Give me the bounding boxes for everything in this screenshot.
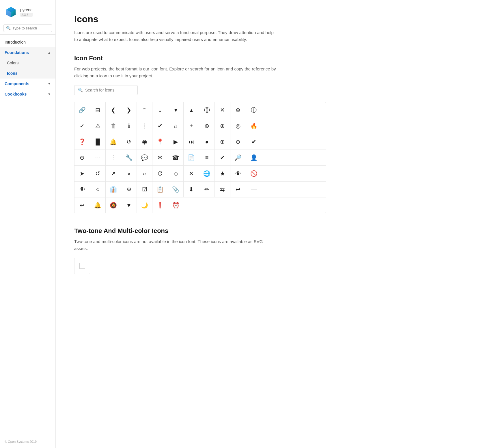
icon-cell-2-1[interactable]: █ bbox=[90, 134, 106, 150]
icon-cell-0-8[interactable]: ⓪ bbox=[199, 102, 215, 118]
icon-cell-5-11[interactable]: — bbox=[246, 182, 262, 197]
icon-cell-2-6[interactable]: ▶ bbox=[168, 134, 184, 150]
icon-cell-3-9[interactable]: ✔ bbox=[215, 150, 230, 165]
icon-cell-5-10[interactable]: ↩ bbox=[230, 182, 246, 197]
icon-cell-2-0[interactable]: ❓ bbox=[74, 134, 90, 150]
icon-cell-2-9[interactable]: ⊕ bbox=[215, 134, 230, 150]
icon-cell-1-10[interactable]: ◎ bbox=[230, 118, 246, 134]
icon-row: ➤↺↗»«⏱◇✕🌐★👁🚫 bbox=[74, 166, 326, 182]
icon-cell-1-2[interactable]: 🗑 bbox=[106, 118, 121, 134]
icon-cell-6-6[interactable]: ⏰ bbox=[168, 197, 184, 213]
icon-cell-5-6[interactable]: 📎 bbox=[168, 182, 184, 197]
icon-cell-1-8[interactable]: ⊕ bbox=[199, 118, 215, 134]
icon-cell-6-0[interactable]: ↩ bbox=[74, 197, 90, 213]
icon-cell-1-11[interactable]: 🔥 bbox=[246, 118, 262, 134]
two-tone-section: Two-tone And Multi-color Icons Two-tone … bbox=[74, 227, 326, 274]
sidebar-item-components[interactable]: Components ▼ bbox=[0, 79, 55, 89]
icon-cell-0-2[interactable]: ❮ bbox=[106, 102, 121, 118]
icon-cell-5-5[interactable]: 📋 bbox=[152, 182, 168, 197]
icon-cell-0-6[interactable]: ▾ bbox=[168, 102, 184, 118]
icon-cell-0-5[interactable]: ⌄ bbox=[152, 102, 168, 118]
icon-cell-3-10[interactable]: 🔎 bbox=[230, 150, 246, 165]
icon-cell-2-7[interactable]: ⏭ bbox=[184, 134, 199, 150]
icon-cell-4-11[interactable]: 🚫 bbox=[246, 166, 262, 181]
icon-cell-1-6[interactable]: ⌂ bbox=[168, 118, 184, 134]
icon-cell-1-7[interactable]: + bbox=[184, 118, 199, 134]
icon-cell-1-3[interactable]: ℹ bbox=[121, 118, 137, 134]
icon-cell-2-4[interactable]: ◉ bbox=[137, 134, 152, 150]
sidebar-item-icons[interactable]: Icons bbox=[0, 68, 55, 79]
icon-cell-6-3[interactable]: ▼ bbox=[121, 197, 137, 213]
icon-cell-2-11[interactable]: ✔ bbox=[246, 134, 262, 150]
icon-row: ✓⚠🗑ℹ❕✔⌂+⊕⊕◎🔥 bbox=[74, 118, 326, 134]
icon-cell-3-2[interactable]: ⋮ bbox=[106, 150, 121, 165]
icon-cell-5-1[interactable]: ○ bbox=[90, 182, 106, 197]
icon-cell-3-8[interactable]: ≡ bbox=[199, 150, 215, 165]
icon-cell-3-6[interactable]: ☎ bbox=[168, 150, 184, 165]
icon-cell-4-4[interactable]: « bbox=[137, 166, 152, 181]
icon-cell-1-5[interactable]: ✔ bbox=[152, 118, 168, 134]
icon-cell-5-9[interactable]: ⇆ bbox=[215, 182, 230, 197]
icon-cell-3-11[interactable]: 👤 bbox=[246, 150, 262, 165]
icon-cell-2-10[interactable]: ⊖ bbox=[230, 134, 246, 150]
sidebar-item-foundations[interactable]: Foundations ▲ bbox=[0, 47, 55, 58]
icon-cell-4-10[interactable]: 👁 bbox=[230, 166, 246, 181]
two-tone-grid bbox=[74, 258, 90, 274]
icon-cell-3-7[interactable]: 📄 bbox=[184, 150, 199, 165]
search-input[interactable] bbox=[12, 26, 49, 30]
icon-row: 👁○👔⚙☑📋📎⬇✏⇆↩— bbox=[74, 182, 326, 197]
icon-cell-2-3[interactable]: ↺ bbox=[121, 134, 137, 150]
icon-cell-4-5[interactable]: ⏱ bbox=[152, 166, 168, 181]
icon-cell-5-4[interactable]: ☑ bbox=[137, 182, 152, 197]
icon-cell-3-4[interactable]: 💬 bbox=[137, 150, 152, 165]
icon-cell-3-0[interactable]: ⊖ bbox=[74, 150, 90, 165]
chevron-up-icon: ▲ bbox=[48, 51, 51, 54]
icon-cell-4-2[interactable]: ↗ bbox=[106, 166, 121, 181]
icon-cell-0-0[interactable]: 🔗 bbox=[74, 102, 90, 118]
icon-cell-1-4[interactable]: ❕ bbox=[137, 118, 152, 134]
sidebar: pyrene 2.3.3 🔍 Introduction Foundations … bbox=[0, 0, 56, 448]
icon-cell-4-7[interactable]: ✕ bbox=[184, 166, 199, 181]
icon-cell-0-7[interactable]: ▴ bbox=[184, 102, 199, 118]
icon-cell-0-4[interactable]: ⌃ bbox=[137, 102, 152, 118]
search-box[interactable]: 🔍 bbox=[3, 24, 52, 32]
icon-cell-0-3[interactable]: ❯ bbox=[121, 102, 137, 118]
icon-cell-3-1[interactable]: ⋯ bbox=[90, 150, 106, 165]
icon-cell-2-5[interactable]: 📍 bbox=[152, 134, 168, 150]
search-icon: 🔍 bbox=[78, 88, 83, 92]
chevron-down-icon: ▼ bbox=[48, 82, 51, 85]
sidebar-item-introduction[interactable]: Introduction bbox=[0, 37, 55, 47]
icon-search-input[interactable] bbox=[85, 88, 134, 92]
icon-cell-2-8[interactable]: ● bbox=[199, 134, 215, 150]
icon-cell-0-10[interactable]: ⊕ bbox=[230, 102, 246, 118]
icon-cell-0-9[interactable]: ✕ bbox=[215, 102, 230, 118]
icon-cell-4-9[interactable]: ★ bbox=[215, 166, 230, 181]
icon-cell-4-3[interactable]: » bbox=[121, 166, 137, 181]
icon-cell-5-8[interactable]: ✏ bbox=[199, 182, 215, 197]
logo-version: 2.3.3 bbox=[20, 13, 33, 17]
icon-search-box[interactable]: 🔍 bbox=[74, 85, 138, 95]
icon-cell-5-2[interactable]: 👔 bbox=[106, 182, 121, 197]
icon-cell-2-2[interactable]: 🔔 bbox=[106, 134, 121, 150]
icon-cell-5-3[interactable]: ⚙ bbox=[121, 182, 137, 197]
icon-cell-1-1[interactable]: ⚠ bbox=[90, 118, 106, 134]
icon-cell-6-2[interactable]: 🔕 bbox=[106, 197, 121, 213]
icon-cell-5-7[interactable]: ⬇ bbox=[184, 182, 199, 197]
icon-cell-0-11[interactable]: ⓘ bbox=[246, 102, 262, 118]
icon-cell-5-0[interactable]: 👁 bbox=[74, 182, 90, 197]
icon-cell-1-0[interactable]: ✓ bbox=[74, 118, 90, 134]
icon-cell-6-5[interactable]: ❗ bbox=[152, 197, 168, 213]
icon-cell-0-1[interactable]: ⊟ bbox=[90, 102, 106, 118]
sidebar-item-colors[interactable]: Colors bbox=[0, 58, 55, 68]
icon-cell-4-1[interactable]: ↺ bbox=[90, 166, 106, 181]
icon-cell-4-0[interactable]: ➤ bbox=[74, 166, 90, 181]
sidebar-item-cookbooks[interactable]: Cookbooks ▼ bbox=[0, 89, 55, 99]
icon-cell-4-8[interactable]: 🌐 bbox=[199, 166, 215, 181]
icon-cell-6-1[interactable]: 🔔 bbox=[90, 197, 106, 213]
icon-cell-6-4[interactable]: 🌙 bbox=[137, 197, 152, 213]
icon-cell-3-3[interactable]: 🔧 bbox=[121, 150, 137, 165]
icon-cell-3-5[interactable]: ✉ bbox=[152, 150, 168, 165]
icon-cell-1-9[interactable]: ⊕ bbox=[215, 118, 230, 134]
icon-cell-4-6[interactable]: ◇ bbox=[168, 166, 184, 181]
logo-icon bbox=[5, 6, 17, 18]
